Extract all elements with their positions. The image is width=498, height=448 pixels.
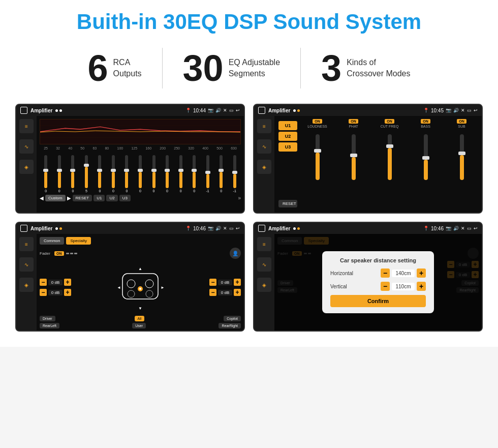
back-icon-2[interactable]: ↩: [474, 108, 478, 113]
driver-btn[interactable]: Driver: [40, 316, 55, 321]
all-btn[interactable]: All: [135, 316, 145, 321]
side-controls-4: ≡ ∿ ◈: [254, 234, 274, 331]
ch-label-sub: SUB: [458, 125, 465, 128]
status-right-2: 📍 10:45 📷 🔊 ✕ ▭ ↩: [423, 108, 478, 113]
ch-label-phat: PHAT: [349, 125, 358, 128]
fader-slider-group: [66, 253, 77, 254]
fader-side-btn-1[interactable]: ≡: [19, 237, 34, 251]
eq-slider-7: 0: [120, 155, 133, 193]
home-icon-4[interactable]: [258, 225, 265, 232]
app-content-4: ≡ ∿ ◈ Common Specialty: [254, 234, 482, 331]
u3-btn[interactable]: U3: [119, 195, 131, 201]
horizontal-plus[interactable]: +: [417, 268, 426, 278]
eq-side-btn-1[interactable]: ≡: [19, 119, 34, 133]
camera-icon-2: 📷: [446, 108, 451, 113]
eq-slider-1: 0: [40, 155, 52, 193]
sliders-icon-4: ≡: [263, 242, 266, 247]
preset-u1[interactable]: U1: [278, 121, 297, 130]
vol-minus-2[interactable]: −: [40, 289, 47, 296]
copilot-btn[interactable]: Copilot: [224, 316, 241, 321]
ch-bass: ON BASS: [409, 119, 443, 128]
vol-plus-1[interactable]: +: [64, 279, 71, 286]
speaker-icon-4: ◈: [262, 282, 266, 288]
location-icon-3: 📍: [185, 226, 191, 231]
mini-slider-3[interactable]: [74, 253, 77, 254]
svg-point-7: [146, 290, 153, 297]
cross-side-btn-3[interactable]: ◈: [257, 160, 271, 174]
eq-side-btn-3[interactable]: ◈: [19, 160, 34, 174]
custom-btn[interactable]: Custom: [45, 195, 66, 201]
status-left-2: Amplifier: [258, 107, 300, 114]
mini-slider-2[interactable]: [70, 253, 73, 254]
eq-slider-12: 0: [188, 155, 201, 193]
fader-side-btn-3[interactable]: ◈: [19, 278, 34, 292]
vol-plus-2[interactable]: +: [64, 289, 71, 296]
u2-btn[interactable]: U2: [106, 195, 117, 201]
status-right-4: 📍 10:46 📷 🔊 ✕ ▭ ↩: [423, 226, 478, 231]
confirm-button[interactable]: Confirm: [330, 295, 426, 307]
status-bar-4: Amplifier 📍 10:46 📷 🔊 ✕ ▭ ↩: [254, 223, 482, 234]
back-icon-3[interactable]: ↩: [236, 226, 240, 231]
rearright-btn[interactable]: RearRight: [219, 323, 241, 328]
preset-column: U1 U2 U3 RESET: [276, 118, 299, 211]
dot-4: [297, 109, 300, 112]
back-icon-4[interactable]: ↩: [474, 226, 478, 231]
reset-btn-2[interactable]: RESET: [278, 200, 297, 207]
vertical-minus[interactable]: −: [381, 282, 390, 291]
preset-u3[interactable]: U3: [278, 142, 297, 152]
profile-icon[interactable]: 👤: [230, 248, 241, 259]
horizontal-minus[interactable]: −: [381, 268, 390, 278]
rearleft-btn[interactable]: RearLeft: [40, 323, 59, 328]
reset-btn-1[interactable]: RESET: [73, 195, 92, 201]
svg-text:▲: ▲: [138, 266, 142, 271]
cross-side-btn-1[interactable]: ≡: [257, 119, 271, 133]
vertical-plus[interactable]: +: [417, 282, 426, 291]
vol-minus-1[interactable]: −: [40, 279, 47, 286]
fader-side-btn-2[interactable]: ∿: [19, 257, 34, 272]
mini-slider-1[interactable]: [66, 253, 69, 254]
feature-text-rca: RCA Outputs: [113, 57, 142, 80]
vol-minus-3[interactable]: −: [209, 279, 216, 286]
more-icon[interactable]: »: [238, 195, 241, 201]
eq-slider-5: 0: [94, 155, 106, 193]
speaker-icon-2: ◈: [262, 164, 266, 170]
home-icon-3[interactable]: [20, 225, 27, 232]
dist-side-btn-1[interactable]: ≡: [257, 237, 271, 251]
speaker-diagram-container: ▲ ▼ ◄ ►: [74, 261, 206, 314]
cross-side-btn-2[interactable]: ∿: [257, 139, 271, 154]
u1-btn[interactable]: U1: [94, 195, 105, 201]
screen3-title: Amplifier: [30, 226, 52, 231]
feature-rca: 6 RCA Outputs: [68, 50, 162, 86]
status-bar-2: Amplifier 📍 10:45 📷 🔊 ✕ ▭ ↩: [254, 105, 482, 116]
vol-minus-4[interactable]: −: [209, 289, 216, 296]
user-btn[interactable]: User: [132, 323, 146, 328]
home-icon-1[interactable]: [20, 107, 27, 114]
location-icon-4: 📍: [423, 226, 429, 231]
back-icon-1[interactable]: ↩: [236, 108, 240, 113]
svg-point-5: [145, 280, 153, 288]
screen-eq: Amplifier 📍 10:44 📷 🔊 ✕ ▭ ↩: [15, 104, 245, 214]
eq-sliders-row: 0 0 0 5 0 0 0 0 0 0 0 0 -1 0 -1: [40, 152, 241, 193]
next-icon[interactable]: ▶: [67, 195, 71, 201]
tab-common-3[interactable]: Common: [40, 237, 64, 245]
status-left-3: Amplifier: [20, 225, 62, 232]
tab-specialty-3[interactable]: Specialty: [66, 237, 90, 245]
eq-side-btn-2[interactable]: ∿: [19, 139, 34, 154]
prev-icon[interactable]: ◀: [40, 195, 44, 201]
status-bar-3: Amplifier 📍 10:46 📷 🔊 ✕ ▭ ↩: [16, 223, 244, 234]
home-icon-2[interactable]: [258, 107, 265, 114]
svg-text:▼: ▼: [138, 306, 142, 311]
feature-eq: 30 EQ Adjustable Segments: [163, 50, 301, 86]
time-4: 10:46: [431, 226, 444, 231]
ch-slider-sub: [445, 132, 479, 182]
status-left-1: Amplifier: [20, 107, 62, 114]
vol-plus-3[interactable]: +: [234, 279, 241, 286]
dist-side-btn-2[interactable]: ∿: [257, 257, 271, 272]
speaker-icon-1: ◈: [24, 164, 28, 170]
vol-plus-4[interactable]: +: [234, 289, 241, 296]
dot-1: [55, 109, 58, 112]
svg-point-6: [128, 290, 135, 297]
dist-side-btn-3[interactable]: ◈: [257, 278, 271, 292]
dot-3: [293, 109, 296, 112]
preset-u2[interactable]: U2: [278, 132, 297, 141]
